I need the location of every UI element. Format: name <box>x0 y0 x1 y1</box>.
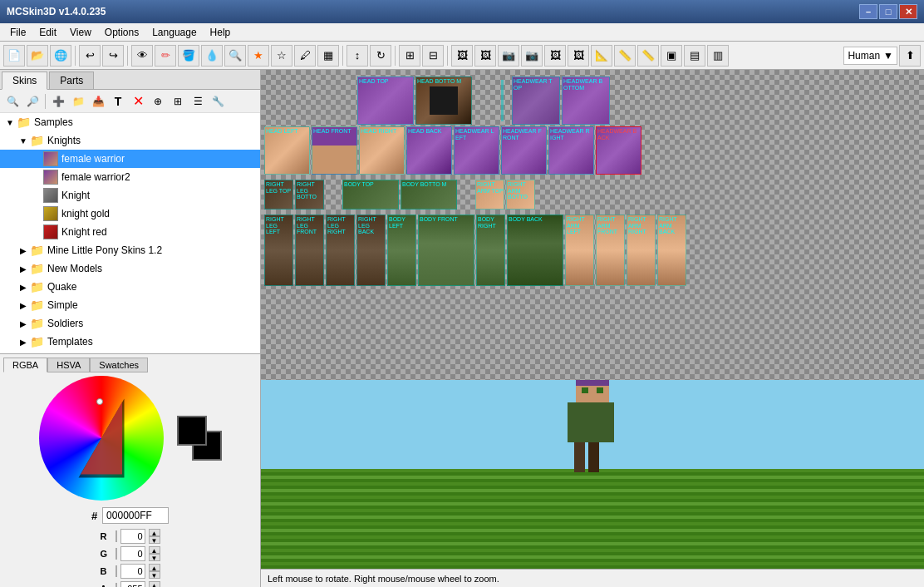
minimize-button[interactable]: – <box>859 4 877 19</box>
zoom-out-tree-button[interactable]: 🔎 <box>23 92 42 111</box>
right-leg-left-part[interactable]: RIGHT LEG LEFT <box>264 215 293 286</box>
right-arm-right-part[interactable]: RIGHT ARM RIGHT <box>627 215 656 286</box>
tree-item-mine-little-pony[interactable]: ▶ 📁 Mine Little Pony Skins 1.2 <box>0 241 260 259</box>
a-value-input[interactable] <box>120 581 145 587</box>
body-bottom-part[interactable]: BODY BOTTO M <box>401 180 457 210</box>
g-slider[interactable] <box>116 548 117 560</box>
right-leg-front-part[interactable]: RIGHT LEG FRONT <box>295 215 324 286</box>
r-increment[interactable]: ▲ <box>149 529 160 536</box>
right-arm-left-part[interactable]: RIGHT ARM LEFT <box>565 215 594 286</box>
undo-button[interactable]: ↩ <box>79 45 101 67</box>
rotate-button[interactable]: ↻ <box>370 45 391 67</box>
image12-button[interactable]: ▥ <box>707 45 729 67</box>
close-button[interactable]: ✕ <box>899 4 917 19</box>
body-top-part[interactable]: BODY TOP <box>342 180 399 210</box>
rename-button[interactable]: T <box>109 92 127 111</box>
menu-help[interactable]: Help <box>204 25 238 40</box>
image4-button[interactable]: 📷 <box>521 45 543 67</box>
right-leg-bottom-part[interactable]: RIGHT LEG BOTTO <box>295 180 324 210</box>
globe-button[interactable]: 🌐 <box>50 45 71 67</box>
image6-button[interactable]: 🖼 <box>568 45 589 67</box>
tree-item-female-warrior2[interactable]: female warrior2 <box>0 168 260 186</box>
tree-item-knight-gold[interactable]: knight gold <box>0 205 260 223</box>
a-stepper[interactable]: ▲ ▼ <box>149 581 160 587</box>
headwear-back-part[interactable]: HEADWEAR B ACK <box>596 126 641 175</box>
dodge-button[interactable]: ☆ <box>271 45 292 67</box>
tab-skins[interactable]: Skins <box>2 72 47 90</box>
body-left-part[interactable]: BODY LEFT <box>387 215 416 286</box>
tree-item-female-warrior[interactable]: female warrior <box>0 150 260 168</box>
tab-parts[interactable]: Parts <box>49 72 94 89</box>
color-tab-rgba[interactable]: RGBA <box>3 358 47 372</box>
a-slider[interactable] <box>116 583 117 587</box>
eye-button[interactable]: 👁 <box>131 45 153 67</box>
image5-button[interactable]: 🖼 <box>544 45 566 67</box>
body-back-part[interactable]: BODY BACK <box>507 215 563 286</box>
g-increment[interactable]: ▲ <box>149 546 160 554</box>
color-wheel[interactable] <box>39 376 164 501</box>
foreground-color-swatch[interactable] <box>177 416 207 446</box>
head-top-part[interactable]: HEAD TOP <box>357 76 414 125</box>
right-arm-bottom-part[interactable]: RIGHT ARM BOTTO <box>506 180 535 210</box>
body-front-part[interactable]: BODY FRONT <box>418 215 474 286</box>
right-leg-back-part[interactable]: RIGHT LEG BACK <box>356 215 386 286</box>
body-right-part[interactable]: BODY RIGHT <box>476 215 505 286</box>
head-back-part[interactable]: HEAD BACK <box>406 126 452 175</box>
r-slider[interactable] <box>116 530 117 542</box>
r-decrement[interactable]: ▼ <box>149 536 160 544</box>
tree-item-knights[interactable]: ▼ 📁 Knights <box>0 131 260 150</box>
image10-button[interactable]: ▣ <box>661 45 682 67</box>
burn-button[interactable]: ★ <box>248 45 269 67</box>
right-leg-right-part[interactable]: RIGHT LEG RIGHT <box>326 215 355 286</box>
open-button[interactable]: 📂 <box>27 45 48 67</box>
menu-options[interactable]: Options <box>98 25 145 40</box>
image11-button[interactable]: ▤ <box>684 45 705 67</box>
right-arm-top-part[interactable]: RIGHT ARM TOP <box>475 180 504 210</box>
g-stepper[interactable]: ▲ ▼ <box>149 546 160 561</box>
g-decrement[interactable]: ▼ <box>149 554 160 561</box>
upload-button[interactable]: ⬆ <box>899 45 921 67</box>
create-folder-button[interactable]: 📁 <box>69 92 87 111</box>
eyedropper-button[interactable]: 💧 <box>201 45 223 67</box>
smudge-button[interactable]: 🖊 <box>294 45 316 67</box>
tree-item-soldiers[interactable]: ▶ 📁 Soldiers <box>0 314 260 333</box>
wrench-button[interactable]: 🔧 <box>209 92 227 111</box>
b-increment[interactable]: ▲ <box>149 564 160 571</box>
zoom-in-tree-button[interactable]: 🔍 <box>3 92 22 111</box>
menu-edit[interactable]: Edit <box>32 25 63 40</box>
list-view-button[interactable]: ☰ <box>189 92 207 111</box>
color-tab-hsva[interactable]: HSVA <box>47 358 90 372</box>
tree-item-templates[interactable]: ▶ 📁 Templates <box>0 333 260 351</box>
menu-file[interactable]: File <box>3 25 32 40</box>
image1-button[interactable]: 🖼 <box>451 45 473 67</box>
b-stepper[interactable]: ▲ ▼ <box>149 564 160 579</box>
b-slider[interactable] <box>116 565 117 577</box>
eraser-button[interactable]: 🔍 <box>224 45 246 67</box>
paint-button[interactable]: 🪣 <box>178 45 199 67</box>
b-value-input[interactable] <box>120 564 145 579</box>
clone-button[interactable]: ⊕ <box>149 92 167 111</box>
image2-button[interactable]: 🖼 <box>474 45 496 67</box>
tree-item-simple[interactable]: ▶ 📁 Simple <box>0 296 260 314</box>
right-arm-front-part[interactable]: RIGHT ARM FRONT <box>596 215 625 286</box>
image8-button[interactable]: 📏 <box>614 45 636 67</box>
move-button[interactable]: ↕ <box>346 45 368 67</box>
skin-tree[interactable]: ▼ 📁 Samples ▼ 📁 Knights female warrior f… <box>0 113 260 354</box>
tree-item-new-models[interactable]: ▶ 📁 New Models <box>0 259 260 278</box>
dither-button[interactable]: ▦ <box>317 45 339 67</box>
headwear-front-part[interactable]: HEADWEAR F RONT <box>501 126 547 175</box>
skin-editor-canvas[interactable]: HEAD TOP HEAD BOTTO M <box>261 70 924 380</box>
grid-button[interactable]: ⊞ <box>399 45 420 67</box>
new-button[interactable]: 📄 <box>3 45 25 67</box>
image7-button[interactable]: 📐 <box>591 45 612 67</box>
skin-editor[interactable]: HEAD TOP HEAD BOTTO M <box>261 70 924 380</box>
delete-button[interactable]: ✕ <box>129 92 147 111</box>
head-bottom-part[interactable]: HEAD BOTTO M <box>415 76 472 125</box>
tree-item-samples[interactable]: ▼ 📁 Samples <box>0 113 260 131</box>
color-tab-swatches[interactable]: Swatches <box>90 358 148 372</box>
right-leg-top-part[interactable]: RIGHT LEG TOP <box>264 180 293 210</box>
tree-item-quake[interactable]: ▶ 📁 Quake <box>0 278 260 296</box>
hex-input[interactable] <box>102 507 169 524</box>
b-decrement[interactable]: ▼ <box>149 571 160 579</box>
image9-button[interactable]: 📏 <box>637 45 659 67</box>
